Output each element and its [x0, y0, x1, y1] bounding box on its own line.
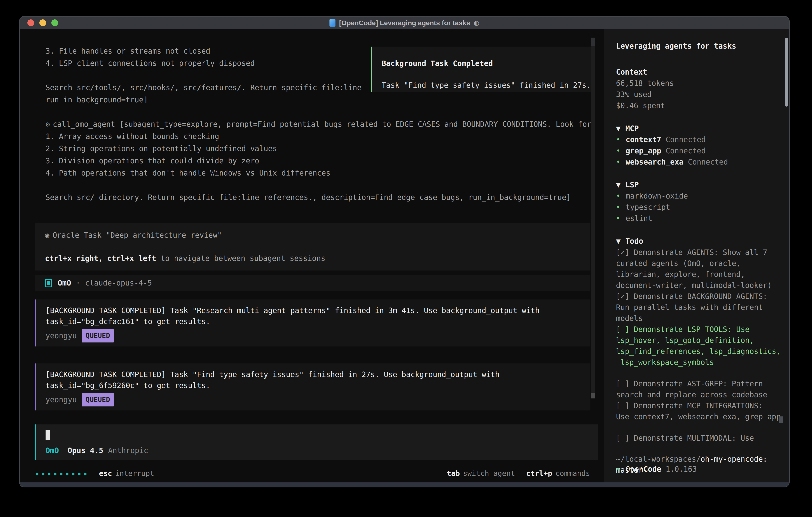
chat-line: Search src/ directory. Return specific f…: [46, 191, 596, 203]
workspace-repo: oh-my-opencode:: [700, 455, 767, 463]
busy-spinner-icon: ▪▪▪▪▪▪▪▪▪: [35, 470, 89, 477]
input-model-name: Opus 4.5: [68, 446, 103, 456]
app-name: Open: [626, 464, 643, 475]
commands-label: commands: [555, 469, 590, 478]
background-task-message: [BACKGROUND TASK COMPLETED] Task "Find t…: [35, 363, 590, 410]
app-name-bold: Code: [643, 464, 661, 475]
app-version-number: 1.0.163: [666, 464, 697, 475]
document-icon: [329, 19, 336, 27]
lsp-item: • eslint: [616, 213, 784, 224]
gear-icon: ⚙: [46, 120, 50, 129]
ctrl-p-key: ctrl+p: [526, 469, 552, 478]
chat-line: run_in_background=true]: [46, 94, 596, 106]
bullet-icon: •: [616, 145, 620, 157]
todo-list: [✓] Demonstrate AGENTS: Show all 7 curat…: [616, 247, 784, 444]
tab-key: tab: [447, 469, 460, 478]
todo-heading: Todo: [626, 236, 643, 247]
todo-item: [ ] Demonstrate MULTIMODAL: Use: [616, 433, 784, 444]
status-badge: QUEUED: [82, 329, 114, 343]
task-author: yeongyu: [46, 330, 77, 342]
session-state-icon: ◐: [474, 19, 479, 27]
chat-line: 1. Array access without bounds checking: [46, 130, 596, 142]
oracle-icon: ◉: [45, 231, 49, 240]
mcp-name: websearch_exa: [626, 157, 684, 168]
chat-line: 4. Path operations that don't handle Win…: [46, 167, 596, 179]
bullet-icon: •: [616, 191, 620, 202]
agent-header: OmO · claude-opus-4-5: [35, 275, 590, 291]
mcp-item: • websearch_exa Connected: [616, 157, 784, 168]
tool-call-line: ⚙call_omo_agent [subagent_type=explore, …: [46, 118, 596, 130]
prompt-input[interactable]: OmO Opus 4.5 Anthropic: [35, 425, 598, 460]
window-bottom-edge: [20, 483, 789, 487]
task-message-line: [BACKGROUND TASK COMPLETED] Task "Find t…: [46, 369, 590, 380]
chat-line: [46, 179, 596, 191]
mcp-name: grep_app: [626, 145, 661, 157]
status-bar: ▪▪▪▪▪▪▪▪▪ escinterrupt tabswitch agent c…: [35, 469, 590, 478]
status-badge: QUEUED: [82, 393, 114, 406]
toast-body: Task "Find type safety issues" finished …: [382, 79, 592, 91]
lsp-name: typescript: [626, 202, 670, 213]
app-version: • OpenCode 1.0.163: [616, 464, 697, 475]
toast-title: Background Task Completed: [382, 57, 592, 70]
lsp-name: eslint: [626, 213, 652, 224]
lsp-heading: LSP: [626, 179, 639, 191]
todo-section-header[interactable]: ▼ Todo: [616, 236, 784, 247]
agent-icon: [45, 279, 52, 287]
session-title: Leveraging agents for tasks: [616, 40, 784, 52]
background-task-message: [BACKGROUND TASK COMPLETED] Task "Resear…: [35, 299, 590, 347]
collapse-triangle-icon: ▼: [616, 123, 620, 134]
minimize-button[interactable]: [39, 19, 46, 26]
chat-scrollbar-thumb[interactable]: [590, 37, 595, 46]
mcp-heading: MCP: [626, 123, 639, 134]
context-heading: Context: [616, 66, 784, 78]
todo-scrollbar-thumb[interactable]: [779, 416, 783, 423]
bullet-icon: •: [616, 202, 620, 213]
todo-item: [✓] Demonstrate AGENTS: Show all 7 curat…: [616, 247, 784, 291]
tool-call-text: call_omo_agent [subagent_type=explore, p…: [53, 120, 591, 129]
sidebar-scrollbar-thumb[interactable]: [785, 38, 788, 107]
workspace-prefix: ~/local-workspaces/: [616, 455, 700, 463]
window-title: [OpenCode] Leveraging agents for tasks ◐: [329, 19, 479, 27]
lsp-item: • markdown-oxide: [616, 191, 784, 202]
input-agent-name: OmO: [46, 446, 59, 456]
text-cursor: [46, 430, 50, 440]
bullet-icon: •: [616, 213, 620, 224]
lsp-section-header[interactable]: ▼ LSP: [616, 179, 784, 191]
oracle-task-title-line: ◉Oracle Task "Deep architecture review": [45, 229, 590, 241]
oracle-hint-keys: ctrl+x right, ctrl+x left: [45, 254, 156, 263]
agent-name: OmO: [58, 277, 71, 289]
context-spent: $0.46 spent: [616, 100, 784, 111]
terminal-window: [OpenCode] Leveraging agents for tasks ◐…: [19, 16, 790, 487]
notification-toast: Background Task Completed Task "Find typ…: [371, 47, 593, 92]
esc-hint: escinterrupt: [99, 469, 154, 478]
agent-separator: ·: [76, 277, 80, 289]
mcp-status: Connected: [666, 145, 706, 157]
window-title-text: [OpenCode] Leveraging agents for tasks: [339, 19, 470, 27]
lsp-item: • typescript: [616, 202, 784, 213]
chat-line: 2. String operations on potentially unde…: [46, 142, 596, 155]
chat-scrollbar[interactable]: [590, 37, 595, 399]
collapse-triangle-icon: ▼: [616, 179, 620, 191]
mcp-status: Connected: [666, 134, 706, 145]
bullet-icon: •: [616, 157, 620, 168]
tab-label: switch agent: [463, 469, 515, 478]
context-tokens: 66,518 tokens: [616, 78, 784, 89]
esc-label: interrupt: [115, 469, 154, 478]
agent-model: claude-opus-4-5: [85, 277, 152, 289]
esc-key: esc: [99, 469, 112, 478]
mcp-section-header[interactable]: ▼ MCP: [616, 123, 784, 134]
oracle-hint-text: to navigate between subagent sessions: [156, 254, 325, 263]
input-provider-name: Anthropic: [108, 446, 148, 456]
lsp-name: markdown-oxide: [626, 191, 688, 202]
task-message-line: [BACKGROUND TASK COMPLETED] Task "Resear…: [46, 305, 590, 316]
chat-line: [46, 106, 596, 118]
maximize-button[interactable]: [51, 19, 58, 26]
oracle-hint-line: ctrl+x right, ctrl+x left to navigate be…: [45, 252, 590, 265]
oracle-task-box: ◉Oracle Task "Deep architecture review" …: [35, 223, 590, 271]
collapse-triangle-icon: ▼: [616, 236, 620, 247]
commands-hint: ctrl+pcommands: [526, 469, 590, 478]
context-used: 33% used: [616, 89, 784, 100]
todo-item: [✓] Demonstrate BACKGROUND AGENTS: Run p…: [616, 291, 784, 324]
close-button[interactable]: [27, 19, 34, 26]
chat-scrollbar-end[interactable]: [590, 393, 595, 399]
